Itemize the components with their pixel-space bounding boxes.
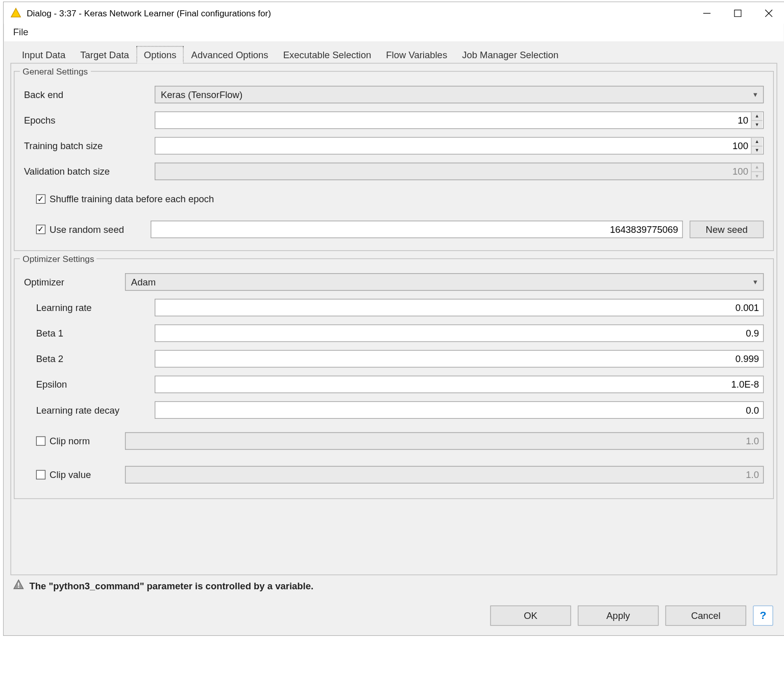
status-bar: The "python3_command" parameter is contr… — [11, 575, 777, 599]
window-title: Dialog - 3:37 - Keras Network Learner (F… — [27, 8, 691, 18]
beta2-input[interactable] — [155, 351, 763, 367]
clip-value-field — [125, 466, 764, 483]
clip-value-checkbox[interactable]: Clip value — [24, 469, 118, 480]
clip-value-label: Clip value — [50, 469, 91, 480]
tab-advanced-options[interactable]: Advanced Options — [184, 46, 276, 63]
tab-panel-options: General Settings Back end Keras (TensorF… — [11, 63, 777, 575]
checkbox-icon — [36, 195, 45, 204]
use-seed-checkbox[interactable]: Use random seed — [36, 224, 144, 235]
optimizer-settings-group: Optimizer Settings Optimizer Adam ▾ Lear… — [14, 254, 774, 499]
chevron-down-icon: ▾ — [753, 278, 757, 286]
close-button[interactable] — [753, 2, 784, 23]
general-settings-legend: General Settings — [20, 66, 90, 77]
maximize-button[interactable] — [722, 2, 753, 23]
svg-marker-0 — [11, 8, 20, 17]
beta1-field[interactable] — [155, 324, 764, 342]
minimize-button[interactable] — [691, 2, 722, 23]
backend-value: Keras (TensorFlow) — [161, 89, 242, 100]
svg-rect-7 — [18, 587, 19, 588]
training-batch-spinner[interactable]: ▲▼ — [155, 137, 764, 154]
checkbox-icon — [36, 225, 45, 234]
use-seed-label: Use random seed — [50, 224, 124, 235]
lr-decay-field[interactable] — [155, 401, 764, 419]
learning-rate-field[interactable] — [155, 299, 764, 316]
clip-norm-field — [125, 432, 764, 449]
seed-field[interactable] — [151, 221, 683, 238]
svg-rect-2 — [734, 10, 741, 16]
clip-norm-label: Clip norm — [50, 436, 90, 446]
ok-button[interactable]: OK — [490, 606, 571, 626]
app-icon — [11, 8, 21, 18]
dialog-buttons: OK Apply Cancel ? — [11, 599, 777, 629]
beta1-label: Beta 1 — [24, 328, 148, 339]
status-message: The "python3_command" parameter is contr… — [29, 580, 313, 591]
warning-icon — [13, 579, 24, 592]
tab-input-data[interactable]: Input Data — [14, 46, 72, 63]
svg-rect-6 — [18, 583, 19, 586]
tab-target-data[interactable]: Target Data — [73, 46, 137, 63]
cancel-button[interactable]: Cancel — [666, 606, 746, 626]
beta2-field[interactable] — [155, 350, 764, 367]
epochs-label: Epochs — [24, 115, 148, 126]
title-bar: Dialog - 3:37 - Keras Network Learner (F… — [4, 2, 784, 23]
apply-button[interactable]: Apply — [578, 606, 658, 626]
spinner-buttons[interactable]: ▲▼ — [751, 112, 762, 128]
shuffle-checkbox[interactable]: Shuffle training data before each epoch — [36, 194, 214, 204]
menu-bar: File — [4, 24, 784, 41]
shuffle-label: Shuffle training data before each epoch — [50, 194, 214, 204]
clip-norm-input — [126, 433, 763, 449]
window-buttons — [691, 2, 784, 23]
epochs-spinner[interactable]: ▲▼ — [155, 111, 764, 129]
checkbox-icon — [36, 470, 45, 479]
seed-input[interactable] — [151, 221, 682, 237]
beta2-label: Beta 2 — [24, 353, 148, 364]
epsilon-field[interactable] — [155, 376, 764, 393]
tab-flow-variables[interactable]: Flow Variables — [379, 46, 455, 63]
lr-decay-input[interactable] — [155, 402, 763, 418]
learning-rate-input[interactable] — [155, 299, 763, 316]
epochs-input[interactable] — [155, 112, 751, 128]
tab-job-manager-selection[interactable]: Job Manager Selection — [455, 46, 566, 63]
optimizer-combo[interactable]: Adam ▾ — [125, 273, 764, 291]
validation-batch-spinner: ▲▼ — [155, 162, 764, 180]
epsilon-input[interactable] — [155, 376, 763, 393]
beta1-input[interactable] — [155, 325, 763, 342]
chevron-down-icon: ▾ — [753, 90, 757, 99]
checkbox-icon — [36, 436, 45, 445]
backend-combo[interactable]: Keras (TensorFlow) ▾ — [155, 86, 764, 103]
spinner-buttons: ▲▼ — [751, 163, 762, 180]
help-icon: ? — [760, 610, 767, 622]
new-seed-button[interactable]: New seed — [690, 221, 764, 238]
epsilon-label: Epsilon — [24, 379, 148, 390]
clip-value-input — [126, 467, 763, 483]
general-settings-group: General Settings Back end Keras (TensorF… — [14, 66, 774, 251]
backend-label: Back end — [24, 89, 148, 100]
training-batch-label: Training batch size — [24, 140, 148, 151]
help-button[interactable]: ? — [753, 606, 773, 626]
optimizer-value: Adam — [131, 277, 156, 288]
menu-file[interactable]: File — [11, 25, 31, 38]
optimizer-label: Optimizer — [24, 277, 118, 288]
clip-norm-checkbox[interactable]: Clip norm — [24, 436, 118, 446]
validation-batch-label: Validation batch size — [24, 166, 148, 177]
validation-batch-input — [155, 163, 751, 180]
dialog-window: Dialog - 3:37 - Keras Network Learner (F… — [3, 2, 784, 636]
training-batch-input[interactable] — [155, 138, 751, 154]
client-area: Input Data Target Data Options Advanced … — [4, 41, 784, 635]
learning-rate-label: Learning rate — [24, 302, 148, 313]
tab-executable-selection[interactable]: Executable Selection — [276, 46, 379, 63]
spinner-buttons[interactable]: ▲▼ — [751, 138, 762, 154]
tab-strip: Input Data Target Data Options Advanced … — [11, 45, 777, 63]
tab-options[interactable]: Options — [136, 46, 184, 63]
lr-decay-label: Learning rate decay — [24, 404, 148, 415]
optimizer-settings-legend: Optimizer Settings — [20, 254, 97, 264]
